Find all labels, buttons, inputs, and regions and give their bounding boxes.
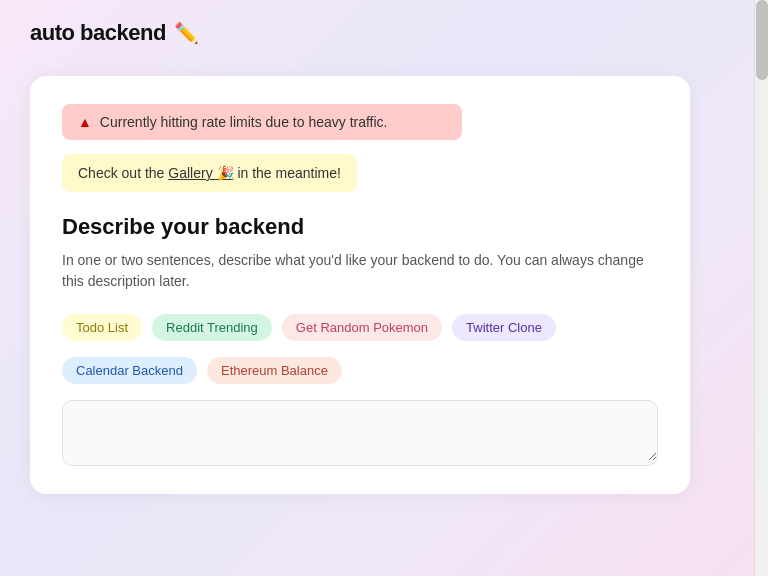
- app-title-light: backend: [74, 20, 165, 45]
- gallery-link[interactable]: Gallery 🎉: [168, 165, 233, 181]
- chips-row: Todo List Reddit Trending Get Random Pok…: [62, 314, 658, 341]
- app-title: auto backend: [30, 20, 166, 46]
- magic-icon: ✏️: [174, 21, 199, 45]
- page-content: auto backend ✏️ ▲ Currently hitting rate…: [0, 0, 754, 576]
- gallery-suffix: in the meantime!: [234, 165, 341, 181]
- chips-row-2: Calendar Backend Ethereum Balance: [62, 357, 658, 384]
- alert-text: Currently hitting rate limits due to hea…: [100, 114, 388, 130]
- chip-ethereum-balance[interactable]: Ethereum Balance: [207, 357, 342, 384]
- scrollbar[interactable]: [754, 0, 768, 576]
- main-card: ▲ Currently hitting rate limits due to h…: [30, 76, 690, 494]
- description-textarea-box: [62, 400, 658, 466]
- description-textarea[interactable]: [63, 401, 657, 461]
- header: auto backend ✏️: [30, 20, 724, 46]
- gallery-banner: Check out the Gallery 🎉 in the meantime!: [62, 154, 357, 192]
- chip-calendar-backend[interactable]: Calendar Backend: [62, 357, 197, 384]
- gallery-prefix: Check out the: [78, 165, 168, 181]
- chip-todo-list[interactable]: Todo List: [62, 314, 142, 341]
- chip-reddit-trending[interactable]: Reddit Trending: [152, 314, 272, 341]
- app-title-bold: auto: [30, 20, 74, 45]
- chip-twitter-clone[interactable]: Twitter Clone: [452, 314, 556, 341]
- scrollbar-thumb[interactable]: [756, 0, 768, 80]
- alert-icon: ▲: [78, 114, 92, 130]
- chip-get-random-pokemon[interactable]: Get Random Pokemon: [282, 314, 442, 341]
- alert-banner: ▲ Currently hitting rate limits due to h…: [62, 104, 462, 140]
- section-description: In one or two sentences, describe what y…: [62, 250, 658, 292]
- section-title: Describe your backend: [62, 214, 658, 240]
- gallery-banner-text: Check out the Gallery 🎉 in the meantime!: [78, 165, 341, 181]
